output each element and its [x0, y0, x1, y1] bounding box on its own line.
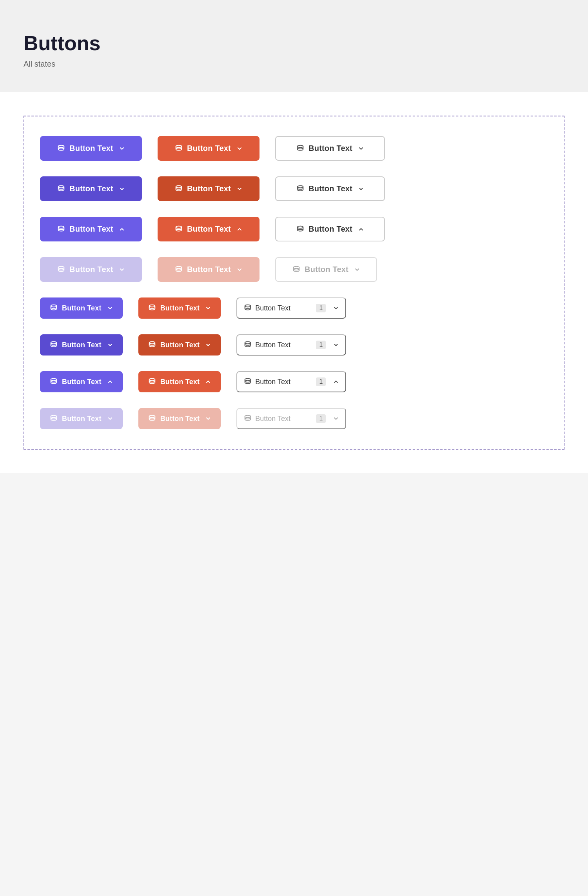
- btn-label: Button Text: [160, 304, 200, 312]
- db-icon: [148, 304, 156, 312]
- chevron-down-icon: [205, 305, 211, 311]
- btn-outline-large-1[interactable]: Button Text: [275, 136, 385, 161]
- svg-point-23: [245, 415, 251, 418]
- badge-count: 1: [316, 377, 326, 386]
- db-icon: [57, 144, 65, 153]
- btn-red-small-3[interactable]: Button Text: [138, 371, 221, 392]
- db-icon: [57, 225, 65, 234]
- svg-point-16: [149, 342, 155, 344]
- btn-label: Button Text: [69, 265, 113, 274]
- button-row-6: Button Text But: [40, 334, 548, 355]
- db-icon: [292, 265, 301, 274]
- db-icon: [57, 185, 65, 193]
- btn-red-large-2[interactable]: Button Text: [158, 176, 260, 201]
- btn-select-3[interactable]: Button Text 1: [236, 371, 346, 392]
- svg-point-10: [176, 266, 182, 268]
- btn-purple-large-2[interactable]: Button Text: [40, 176, 142, 201]
- btn-purple-large-1[interactable]: Button Text: [40, 136, 142, 161]
- svg-point-21: [51, 415, 57, 418]
- btn-red-large-3[interactable]: Button Text: [158, 217, 260, 241]
- btn-outline-large-disabled[interactable]: Button Text: [275, 257, 377, 282]
- btn-select-1[interactable]: Button Text 1: [236, 297, 346, 319]
- btn-red-small-2[interactable]: Button Text: [138, 334, 221, 355]
- btn-select-2[interactable]: Button Text 1: [236, 334, 346, 355]
- chevron-down-icon: [119, 186, 125, 192]
- chevron-down-icon: [333, 342, 339, 348]
- btn-purple-small-2[interactable]: Button Text: [40, 334, 123, 355]
- chevron-down-icon: [236, 145, 243, 152]
- page-container: Buttons All states Button Text: [0, 0, 588, 473]
- chevron-down-icon: [358, 145, 364, 152]
- btn-purple-small-disabled[interactable]: Button Text: [40, 408, 123, 429]
- btn-label: Button Text: [160, 378, 200, 386]
- chevron-up-icon: [333, 379, 339, 385]
- page-subtitle: All states: [24, 60, 564, 69]
- chevron-down-icon: [236, 186, 243, 192]
- svg-point-20: [245, 379, 251, 381]
- db-icon: [174, 265, 183, 274]
- btn-red-small-disabled[interactable]: Button Text: [138, 408, 221, 429]
- chevron-down-icon: [333, 305, 339, 311]
- btn-red-small-1[interactable]: Button Text: [138, 297, 221, 319]
- btn-label: Button Text: [255, 341, 290, 349]
- button-row-2: Button Text But: [40, 176, 548, 201]
- chevron-down-icon: [119, 145, 125, 152]
- btn-label: Button Text: [62, 341, 102, 349]
- btn-purple-large-disabled[interactable]: Button Text: [40, 257, 142, 282]
- btn-label: Button Text: [309, 184, 352, 193]
- btn-label: Button Text: [309, 225, 352, 234]
- btn-outline-large-3[interactable]: Button Text: [275, 217, 385, 241]
- db-icon: [243, 377, 252, 386]
- chevron-down-icon: [236, 267, 243, 273]
- chevron-down-icon: [107, 305, 113, 311]
- btn-label: Button Text: [62, 415, 102, 423]
- btn-label: Button Text: [255, 378, 290, 386]
- btn-label: Button Text: [160, 415, 200, 423]
- db-icon: [49, 304, 58, 312]
- button-row-3: Button Text But: [40, 217, 548, 241]
- svg-point-8: [298, 226, 303, 228]
- btn-label: Button Text: [309, 144, 352, 153]
- btn-red-large-1[interactable]: Button Text: [158, 136, 260, 161]
- svg-point-11: [294, 266, 299, 268]
- chevron-down-icon: [107, 342, 113, 348]
- chevron-down-icon: [358, 186, 364, 192]
- btn-label: Button Text: [187, 184, 231, 193]
- button-row-1: Button Text But: [40, 136, 548, 161]
- chevron-up-icon: [236, 226, 243, 232]
- db-icon: [243, 304, 252, 312]
- header-section: Buttons All states: [0, 0, 588, 92]
- btn-select-disabled[interactable]: Button Text 1: [236, 408, 346, 429]
- btn-label: Button Text: [187, 265, 231, 274]
- btn-label: Button Text: [69, 184, 113, 193]
- button-row-5: Button Text But: [40, 297, 548, 319]
- chevron-down-icon: [354, 267, 360, 273]
- chevron-up-icon: [119, 226, 125, 232]
- svg-point-7: [176, 226, 182, 228]
- btn-purple-small-1[interactable]: Button Text: [40, 297, 123, 319]
- btn-purple-small-3[interactable]: Button Text: [40, 371, 123, 392]
- btn-outline-large-2[interactable]: Button Text: [275, 176, 385, 201]
- chevron-down-icon: [119, 267, 125, 273]
- chevron-down-icon: [333, 415, 339, 422]
- btn-label: Button Text: [62, 304, 102, 312]
- btn-label: Button Text: [69, 225, 113, 234]
- btn-label: Button Text: [187, 144, 231, 153]
- chevron-down-icon: [205, 342, 211, 348]
- dashed-container: Button Text But: [24, 116, 564, 450]
- db-icon: [49, 377, 58, 386]
- db-icon: [148, 414, 156, 423]
- db-icon: [243, 341, 252, 349]
- btn-purple-large-3[interactable]: Button Text: [40, 217, 142, 241]
- db-icon: [174, 144, 183, 153]
- svg-point-19: [149, 379, 155, 381]
- svg-point-15: [51, 342, 57, 344]
- btn-label: Button Text: [305, 265, 348, 274]
- chevron-up-icon: [205, 379, 211, 385]
- db-icon: [49, 341, 58, 349]
- db-icon: [296, 144, 305, 153]
- content-section: Button Text But: [0, 92, 588, 473]
- db-icon: [296, 225, 305, 234]
- btn-red-large-disabled[interactable]: Button Text: [158, 257, 260, 282]
- button-row-4: Button Text But: [40, 257, 548, 282]
